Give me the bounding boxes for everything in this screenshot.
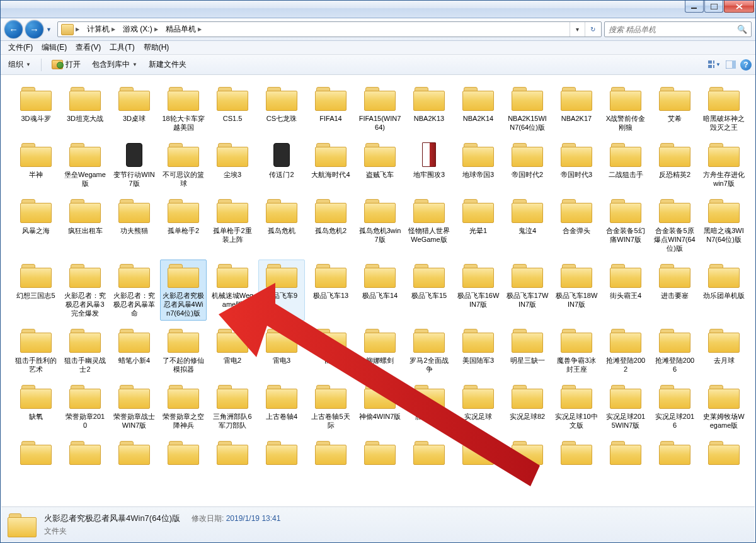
folder-item[interactable]: 实况足球82 — [504, 380, 551, 433]
folder-item[interactable]: 极品飞车13 — [307, 260, 354, 321]
folder-item[interactable]: 街头霸王4 — [602, 260, 649, 321]
folder-item[interactable] — [651, 437, 698, 471]
addr-dropdown[interactable]: ▾ — [570, 22, 585, 37]
folder-item[interactable]: 尘埃3 — [209, 139, 256, 191]
folder-item[interactable]: 雷电2 — [209, 324, 256, 377]
folder-item[interactable]: 雷电3 — [258, 324, 305, 377]
folder-item[interactable]: 柳娜螺剑 — [357, 324, 403, 377]
folder-item[interactable]: 功夫熊猫 — [111, 195, 158, 256]
folder-item[interactable]: 实况足球2016 — [651, 380, 698, 433]
forward-button[interactable]: → — [25, 20, 43, 38]
folder-item[interactable]: 火影忍者：究极忍者风暴革命 — [111, 260, 158, 321]
folder-item[interactable]: 鬼泣4 — [504, 195, 551, 256]
folder-item[interactable]: 实况足球2015WIN7版 — [602, 380, 649, 433]
address-bar[interactable]: ▶ 计算机▶ 游戏 (X:)▶ 精品单机▶ ▾ ↻ — [57, 21, 602, 37]
menu-file[interactable]: 文件(F) — [4, 41, 37, 54]
menu-edit[interactable]: 编辑(E) — [38, 41, 71, 54]
folder-item[interactable]: 雷电 — [307, 324, 354, 377]
folder-item[interactable]: 大航海时代4 — [307, 139, 354, 191]
folder-item[interactable] — [504, 437, 551, 471]
folder-item[interactable]: 蜡笔小新4 — [111, 324, 158, 377]
folder-item[interactable]: 3D桌球 — [111, 83, 158, 135]
minimize-button[interactable] — [685, 1, 704, 13]
folder-item[interactable]: CS1.5 — [209, 83, 256, 135]
folder-item[interactable] — [307, 437, 354, 471]
folder-item[interactable]: 缺氧 — [13, 380, 59, 433]
folder-item[interactable]: FIFA14 — [307, 83, 354, 135]
folder-item[interactable]: 火影忍者：究极忍者风暴3完全爆发 — [62, 260, 108, 321]
folder-item[interactable]: 极品飞车17WIN7版 — [504, 260, 551, 321]
folder-item[interactable]: 美国陆军3 — [455, 324, 501, 377]
folder-item[interactable]: 变节行动WIN7版 — [111, 139, 158, 191]
folder-item[interactable]: 盗贼飞车 — [357, 139, 403, 191]
folder-item[interactable]: 火影忍者究极忍者风暴4Win7(64位)版 — [160, 260, 207, 321]
folder-item[interactable]: 了不起的修仙模拟器 — [160, 324, 207, 377]
folder-item[interactable]: 帝国时代2 — [504, 139, 551, 191]
folder-item[interactable]: 抢滩登陆2002 — [602, 324, 649, 377]
file-list-area[interactable]: 3D魂斗罗3D坦克大战3D桌球18轮大卡车穿越美国CS1.5CS七龙珠FIFA1… — [1, 76, 755, 506]
folder-item[interactable]: 去月球 — [701, 324, 747, 377]
back-button[interactable]: ← — [4, 20, 23, 38]
folder-item[interactable]: 孤岛危机 — [258, 195, 305, 256]
folder-item[interactable]: 不可思议的篮球 — [160, 139, 207, 191]
folder-item[interactable]: CS七龙珠 — [258, 83, 305, 135]
folder-item[interactable] — [406, 437, 452, 471]
folder-item[interactable]: 史莱姆牧场Wegame版 — [701, 380, 747, 433]
menu-view[interactable]: 查看(V) — [72, 41, 105, 54]
folder-item[interactable] — [602, 437, 649, 471]
folder-item[interactable]: 极品飞车14 — [357, 260, 403, 321]
folder-item[interactable]: 地牢围攻3 — [406, 139, 452, 191]
folder-item[interactable]: 传送门2 — [258, 139, 305, 191]
folder-item[interactable] — [209, 437, 256, 471]
include-library-button[interactable]: 包含到库中▼ — [88, 57, 141, 72]
folder-item[interactable] — [258, 437, 305, 471]
folder-item[interactable]: 18轮大卡车穿越美国 — [160, 83, 207, 135]
folder-item[interactable]: 光晕1 — [455, 195, 501, 256]
folder-item[interactable]: 神偷4WIN7版 — [357, 380, 403, 433]
folder-item[interactable]: 魔兽争霸3冰封王座 — [553, 324, 600, 377]
folder-item[interactable] — [553, 437, 600, 471]
folder-item[interactable]: 狙击手幽灵战士2 — [62, 324, 108, 377]
breadcrumb[interactable]: 精品单机▶ — [162, 23, 205, 35]
folder-item[interactable]: 孤岛危机3win7版 — [357, 195, 403, 256]
folder-item[interactable]: 上古卷轴4 — [258, 380, 305, 433]
folder-item[interactable]: FIFA15(WIN764) — [357, 83, 403, 135]
refresh-button[interactable]: ↻ — [585, 22, 600, 37]
folder-item[interactable]: 劲乐团单机版 — [701, 260, 747, 321]
folder-item[interactable]: 孤岛危机2 — [307, 195, 354, 256]
folder-item[interactable]: NBA2K17 — [553, 83, 600, 135]
maximize-button[interactable] — [704, 1, 723, 13]
folder-item[interactable]: 3D魂斗罗 — [13, 83, 59, 135]
view-mode-button[interactable]: ▼ — [707, 58, 721, 72]
new-folder-button[interactable]: 新建文件夹 — [145, 57, 190, 72]
folder-item[interactable]: 荣誉勋章之空降神兵 — [160, 380, 207, 433]
folder-item[interactable]: X战警前传金刚狼 — [602, 83, 649, 135]
folder-item[interactable]: 合金装备5原爆点WIN7(64位)版 — [651, 195, 698, 256]
open-button[interactable]: 打开 — [48, 57, 84, 72]
folder-item[interactable]: 怪物猎人世界WeGame版 — [406, 195, 452, 256]
folder-item[interactable]: NBA2K15WIN7(64位)版 — [504, 83, 551, 135]
breadcrumb[interactable]: 计算机▶ — [83, 23, 119, 35]
search-input[interactable] — [609, 25, 737, 34]
folder-item[interactable]: 暗黑破坏神之毁灭之王 — [701, 83, 747, 135]
folder-item[interactable]: 幻想三国志5 — [13, 260, 59, 321]
folder-item[interactable]: 疯狂出租车 — [62, 195, 108, 256]
menu-tools[interactable]: 工具(T) — [106, 41, 138, 54]
menu-help[interactable]: 帮助(H) — [140, 41, 173, 54]
folder-item[interactable]: 三角洲部队6军刀部队 — [209, 380, 256, 433]
folder-item[interactable] — [455, 437, 501, 471]
folder-item[interactable] — [62, 437, 108, 471]
folder-item[interactable]: 半神 — [13, 139, 59, 191]
breadcrumb[interactable]: 游戏 (X:)▶ — [119, 23, 162, 35]
folder-item[interactable]: 合金弹头 — [553, 195, 600, 256]
folder-item[interactable]: 进击要塞 — [651, 260, 698, 321]
folder-item[interactable]: 反恐精英2 — [651, 139, 698, 191]
folder-item[interactable]: NBA2K14 — [455, 83, 501, 135]
folder-item[interactable]: 极品飞车15 — [406, 260, 452, 321]
folder-item[interactable]: 二战狙击手 — [602, 139, 649, 191]
folder-item[interactable]: 机械迷城Wegame版 — [209, 260, 256, 321]
history-dropdown[interactable]: ▼ — [46, 26, 55, 33]
folder-item[interactable]: NBA2K13 — [406, 83, 452, 135]
folder-item[interactable]: 合金装备5幻痛WIN7版 — [602, 195, 649, 256]
folder-item[interactable] — [13, 437, 59, 471]
